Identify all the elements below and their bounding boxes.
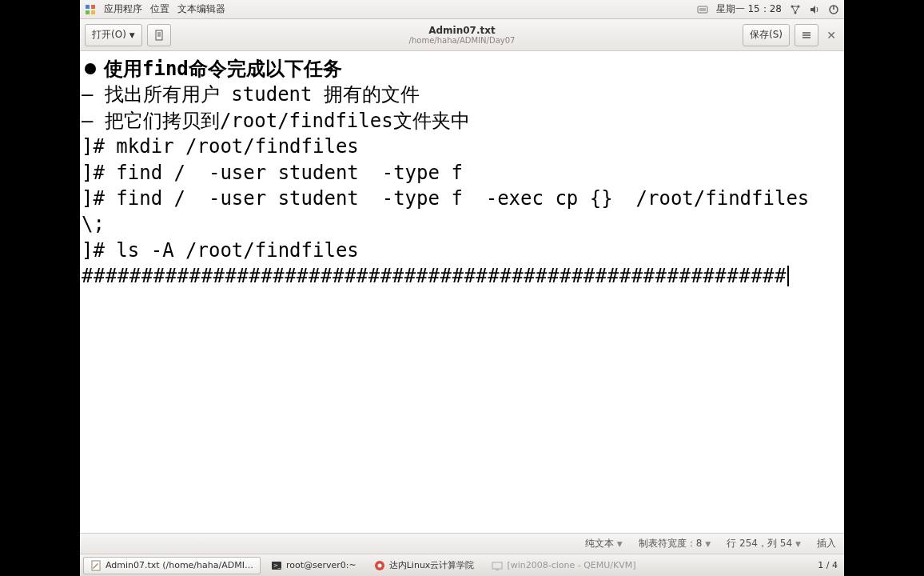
taskbar-item-label: 达内Linux云计算学院 xyxy=(389,559,475,571)
svg-rect-2 xyxy=(86,10,90,14)
svg-rect-4 xyxy=(698,6,707,13)
taskbar-item-terminal[interactable]: >_ root@server0:~ xyxy=(264,557,364,574)
close-icon: ✕ xyxy=(826,29,836,42)
terminal-icon: >_ xyxy=(271,560,282,571)
gedit-icon xyxy=(90,560,102,571)
taskbar-item-browser[interactable]: 达内Linux云计算学院 xyxy=(367,557,482,574)
top-panel: 应用程序 位置 文本编辑器 星期一 15：28 xyxy=(80,0,844,19)
editor-statusbar: 纯文本 ▼ 制表符宽度：8 ▼ 行 254，列 54 ▼ 插入 xyxy=(80,533,844,554)
svg-rect-24 xyxy=(492,562,502,569)
editor-line: – 找出所有用户 student 拥有的文件 xyxy=(82,82,842,107)
open-button-label: 打开(O) xyxy=(92,28,126,42)
editor-line: ]# find / -user student -type f xyxy=(82,160,842,186)
open-button[interactable]: 打开(O) ▼ xyxy=(85,24,142,46)
svg-text:>_: >_ xyxy=(273,562,281,569)
svg-rect-25 xyxy=(496,570,499,570)
chevron-down-icon: ▼ xyxy=(795,540,801,548)
cursor-position-label: 行 254，列 54 xyxy=(727,537,792,550)
text-editor-view[interactable]: 使用find命令完成以下任务– 找出所有用户 student 拥有的文件– 把它… xyxy=(80,51,844,533)
tab-width-selector[interactable]: 制表符宽度：8 ▼ xyxy=(639,537,711,550)
editor-line: ########################################… xyxy=(82,263,787,289)
volume-icon[interactable] xyxy=(809,4,820,15)
syntax-selector[interactable]: 纯文本 ▼ xyxy=(585,537,623,550)
chevron-down-icon: ▼ xyxy=(129,31,135,39)
vm-icon xyxy=(492,560,503,571)
cursor-position[interactable]: 行 254，列 54 ▼ xyxy=(727,537,801,550)
syntax-label: 纯文本 xyxy=(585,537,614,550)
hamburger-icon xyxy=(801,30,812,41)
editor-titlebar: 打开(O) ▼ Admin07.txt /home/haha/ADMIN/Day… xyxy=(80,19,844,51)
desktop-screen: 应用程序 位置 文本编辑器 星期一 15：28 打开(O) ▼ xyxy=(80,0,844,576)
insert-mode-label: 插入 xyxy=(817,537,836,550)
close-button[interactable]: ✕ xyxy=(823,29,839,42)
svg-rect-0 xyxy=(86,5,90,9)
editor-line: – 把它们拷贝到/root/findfiles文件夹中 xyxy=(82,108,842,134)
editor-line: ]# find / -user student -type f -exec cp… xyxy=(82,186,842,238)
taskbar-item-editor[interactable]: Admin07.txt (/home/haha/ADMI… xyxy=(83,557,261,574)
taskbar-item-vm[interactable]: [win2008-clone - QEMU/KVM] xyxy=(484,557,643,574)
document-path: /home/haha/ADMIN/Day07 xyxy=(80,36,844,45)
tab-width-label: 制表符宽度：8 xyxy=(639,537,703,550)
bullet-icon xyxy=(85,63,96,74)
document-icon xyxy=(153,30,165,41)
editor-line: 使用find命令完成以下任务 xyxy=(104,56,342,82)
applications-menu[interactable]: 应用程序 xyxy=(104,2,142,16)
clock[interactable]: 星期一 15：28 xyxy=(716,2,782,16)
chevron-down-icon: ▼ xyxy=(617,540,623,548)
svg-rect-3 xyxy=(91,10,95,14)
taskbar-item-label: root@server0:~ xyxy=(286,560,356,570)
app-menu[interactable]: 文本编辑器 xyxy=(177,2,225,16)
editor-line: ]# mkdir /root/findfiles xyxy=(82,134,842,159)
svg-point-23 xyxy=(377,563,381,567)
svg-rect-12 xyxy=(156,30,162,40)
places-menu[interactable]: 位置 xyxy=(150,2,169,16)
activities-icon xyxy=(85,4,96,15)
keyboard-icon[interactable] xyxy=(697,4,708,15)
new-document-button[interactable] xyxy=(147,24,171,46)
pager-label: 1 / 4 xyxy=(818,560,838,570)
power-icon[interactable] xyxy=(828,4,839,15)
taskbar-item-label: Admin07.txt (/home/haha/ADMI… xyxy=(106,560,253,570)
save-button-label: 保存(S) xyxy=(750,28,783,42)
browser-icon xyxy=(374,560,385,571)
taskbar-item-label: [win2008-clone - QEMU/KVM] xyxy=(507,560,635,570)
text-cursor xyxy=(787,266,789,286)
chevron-down-icon: ▼ xyxy=(705,540,711,548)
svg-rect-1 xyxy=(91,5,95,9)
save-button[interactable]: 保存(S) xyxy=(743,24,790,46)
editor-line: ]# ls -A /root/findfiles xyxy=(82,238,842,263)
bottom-taskbar: Admin07.txt (/home/haha/ADMI… >_ root@se… xyxy=(80,554,844,576)
hamburger-menu-button[interactable] xyxy=(795,24,818,46)
network-icon[interactable] xyxy=(790,4,801,15)
document-title: Admin07.txt xyxy=(80,25,844,36)
workspace-pager[interactable]: 1 / 4 xyxy=(818,560,841,570)
